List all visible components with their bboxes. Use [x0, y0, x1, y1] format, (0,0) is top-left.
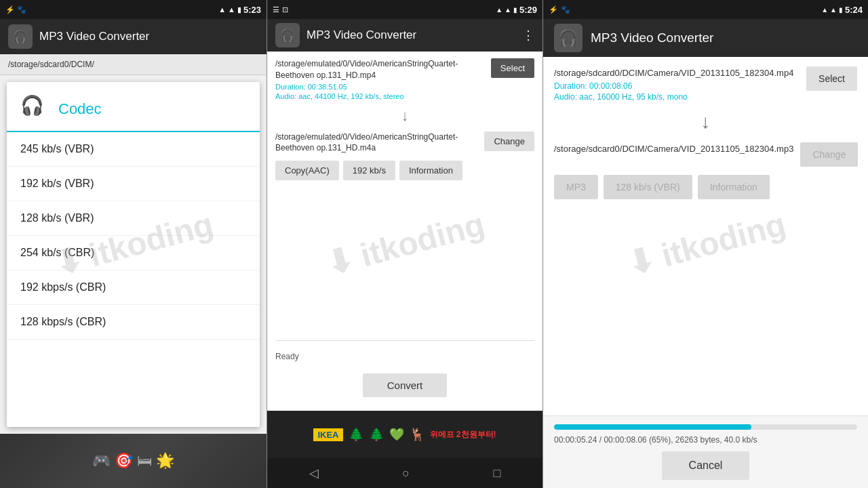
app-bar-2: 🎧 MP3 Video Converter ⋮: [267, 19, 542, 52]
status-icons-right-2: ▲ ▲ ▮ 5:29: [496, 5, 537, 15]
banner-2: IKEA 🌲 🌲 💚 🦌 위메프 2천원부터!: [267, 411, 542, 458]
convert-button[interactable]: Convert: [363, 373, 448, 397]
convert-area: Convert: [275, 367, 534, 404]
wifi-icon-2: ▲: [496, 6, 502, 14]
source-file-info-3: /storage/sdcard0/DCIM/Camera/VID_2013110…: [554, 66, 800, 102]
codec-title: Codec: [58, 100, 102, 118]
window-icon-2: ⊡: [282, 5, 288, 14]
status-bar-1: ⚡ 🐾 ▲ ▲ ▮ 5:23: [0, 0, 267, 19]
codec-item-1[interactable]: 192 kb/s (VBR): [7, 167, 260, 201]
select-button-3[interactable]: Select: [806, 66, 857, 91]
source-file-info: /storage/emulated/0/Video/AmericanString…: [275, 58, 486, 100]
status-icons-left-3: ⚡ 🐾: [549, 5, 570, 14]
source-file-row: /storage/emulated/0/Video/AmericanString…: [275, 58, 534, 100]
menu-dots-icon[interactable]: ⋮: [522, 28, 534, 43]
codec-item-4[interactable]: 192 kbps/s (CBR): [7, 270, 260, 305]
divider-2: [275, 340, 534, 341]
codec-item-2[interactable]: 128 kb/s (VBR): [7, 201, 260, 236]
sale-text: 위메프 2천원부터!: [430, 429, 496, 441]
app-icon-3: 🎧: [554, 24, 583, 52]
dest-file-row-3: /storage/sdcard0/DCIM/Camera/VID_2013110…: [554, 142, 857, 167]
battery-icon-2: ▮: [513, 6, 517, 14]
source-file-path-3: /storage/sdcard0/DCIM/Camera/VID_2013110…: [554, 66, 800, 80]
dest-file-row: /storage/emulated/0/Video/AmericanString…: [275, 131, 534, 155]
codec-item-3[interactable]: 254 kb/s (CBR): [7, 236, 260, 270]
progress-section: 00:00:05.24 / 00:00:08.06 (65%), 26263 b…: [543, 415, 868, 488]
panel-codec: ⚡ 🐾 ▲ ▲ ▮ 5:23 🎧 MP3 Video Converter /st…: [0, 0, 267, 488]
app-title-1: MP3 Video Converter: [39, 30, 149, 43]
back-button-2[interactable]: ◁: [298, 460, 330, 486]
information-button-3: Information: [698, 175, 770, 199]
wifi-icon: ▲: [218, 5, 226, 14]
codec-item-0[interactable]: 245 kb/s (VBR): [7, 132, 260, 167]
dest-file-info: /storage/emulated/0/Video/AmericanString…: [275, 131, 479, 155]
status-bar-2: ☰ ⊡ ▲ ▲ ▮ 5:29: [267, 0, 542, 19]
codec-dialog: 🎧 Codec 245 kb/s (VBR) 192 kb/s (VBR) 12…: [7, 82, 260, 427]
spacer-2: [275, 184, 534, 331]
bottom-banner-1: 🎮 🎯 🛏 🌟: [0, 434, 267, 488]
status-text-2: Ready: [275, 350, 534, 363]
cancel-button[interactable]: Cancel: [662, 451, 750, 480]
signal-icon: ▲: [228, 5, 235, 14]
source-file-row-3: /storage/sdcard0/DCIM/Camera/VID_2013110…: [554, 66, 857, 102]
status-icons-right-3: ▲ ▲ ▮ 5:24: [821, 5, 863, 15]
panel-progress: ⚡ 🐾 ▲ ▲ ▮ 5:24 🎧 MP3 Video Converter /st…: [543, 0, 868, 488]
codec-header: 🎧 Codec: [7, 82, 260, 132]
source-file-audio-3: Audio: aac, 16000 Hz, 95 kb/s, mono: [554, 92, 800, 102]
mp3-button: MP3: [554, 175, 598, 199]
change-button-2[interactable]: Change: [484, 131, 534, 151]
information-button-2[interactable]: Information: [399, 161, 462, 180]
app-title-3: MP3 Video Converter: [591, 30, 713, 45]
arrow-down-2: ↓: [275, 104, 534, 127]
path-text-1: /storage/sdcard0/DCIM/: [8, 60, 94, 69]
headphone-icon: 🎧: [13, 29, 28, 44]
panel-converter: ☰ ⊡ ▲ ▲ ▮ 5:29 🎧 MP3 Video Converter ⋮ /…: [267, 0, 543, 488]
banner-placeholder-1: 🎮 🎯 🛏 🌟: [92, 452, 174, 470]
bitrate-button-3: 128 kb/s (VBR): [604, 175, 692, 199]
battery-icon: ▮: [237, 5, 241, 14]
battery-icon-3: ▮: [839, 6, 843, 14]
deer-icon: 🦌: [410, 427, 425, 442]
source-file-path: /storage/emulated/0/Video/AmericanString…: [275, 58, 486, 81]
status-icons-left: ⚡ 🐾: [5, 5, 26, 14]
recent-button-2[interactable]: □: [482, 461, 511, 486]
codec-icon: 🎧: [20, 94, 50, 124]
home-button-2[interactable]: ○: [391, 461, 420, 486]
path-bar-1: /storage/sdcard0/DCIM/: [0, 54, 267, 75]
tree-icon: 🌲: [349, 427, 363, 442]
codec-list: 245 kb/s (VBR) 192 kb/s (VBR) 128 kb/s (…: [7, 132, 260, 340]
app-bar-3: 🎧 MP3 Video Converter: [543, 19, 868, 57]
change-button-3: Change: [800, 142, 858, 167]
status-bar-3: ⚡ 🐾 ▲ ▲ ▮ 5:24: [543, 0, 868, 19]
tree2-icon: 🌲: [369, 427, 384, 442]
copy-aac-button[interactable]: Copy(AAC): [275, 161, 339, 180]
status-time-3: 5:24: [845, 5, 863, 15]
app-icon-1: 🎧: [8, 24, 33, 49]
status-icons-right: ▲ ▲ ▮ 5:23: [218, 5, 261, 15]
source-file-duration-3: Duration: 00:00:08.06: [554, 81, 800, 91]
progress-text: 00:00:05.24 / 00:00:08.06 (65%), 26263 b…: [554, 435, 857, 445]
source-file-duration: Duration: 00:38:51.05: [275, 83, 486, 91]
wifi-icon-3: ▲: [821, 6, 828, 14]
banner-content-1: 🎮 🎯 🛏 🌟: [0, 434, 267, 488]
wreath-icon: 💚: [389, 427, 404, 442]
codec-item-5[interactable]: 128 kbps/s (CBR): [7, 305, 260, 340]
source-file-audio: Audio: aac, 44100 Hz, 192 kb/s, stereo: [275, 92, 486, 100]
app-bar-1: 🎧 MP3 Video Converter: [0, 19, 267, 54]
select-button-2[interactable]: Select: [491, 58, 534, 78]
notification-icon: 🐾: [17, 5, 26, 14]
main-content-2: /storage/emulated/0/Video/AmericanString…: [267, 52, 542, 411]
ikea-logo: IKEA: [313, 428, 342, 441]
usb-icon: ⚡: [5, 5, 15, 14]
app-title-2: MP3 Video Converter: [307, 28, 515, 42]
usb-icon-3: ⚡: [549, 5, 558, 14]
nav-bar-2: ◁ ○ □: [267, 458, 542, 488]
bitrate-button-2[interactable]: 192 kb/s: [343, 161, 395, 180]
action-row-3: MP3 128 kb/s (VBR) Information: [554, 175, 857, 199]
app-icon-2: 🎧: [275, 23, 300, 47]
dest-file-path: /storage/emulated/0/Video/AmericanString…: [275, 131, 479, 155]
status-time-1: 5:23: [243, 5, 261, 15]
menu-icon-2: ☰: [273, 5, 279, 14]
progress-bar-fill: [554, 424, 751, 430]
status-time-2: 5:29: [519, 5, 537, 15]
